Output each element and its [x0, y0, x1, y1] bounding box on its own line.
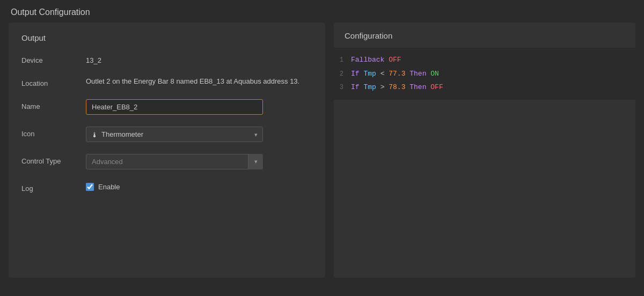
code-token: Then: [409, 70, 426, 78]
device-label: Device: [21, 53, 86, 64]
log-enable-checkbox[interactable]: [86, 183, 94, 191]
line-number: 2: [334, 69, 351, 80]
code-token: ON: [430, 70, 439, 78]
control-type-label: Control Type: [21, 154, 86, 165]
code-text: Fallback OFF: [351, 54, 635, 66]
log-label: Log: [21, 181, 86, 193]
icon-label: Icon: [21, 127, 86, 138]
location-row: Location Outlet 2 on the Energy Bar 8 na…: [21, 76, 312, 87]
code-text: If Tmp < 77.3 Then ON: [351, 68, 635, 80]
code-line: 3If Tmp > 78.3 Then OFF: [334, 80, 635, 94]
control-type-wrapper: Advanced ▾: [86, 154, 263, 169]
configuration-panel-title: Configuration: [334, 31, 635, 48]
name-row: Name: [21, 99, 312, 115]
code-token: Tmp: [363, 83, 376, 91]
page-title: Output Configuration: [0, 0, 644, 23]
code-token: OFF: [430, 83, 443, 91]
log-enable-checkbox-label[interactable]: Enable: [86, 183, 120, 191]
device-row: Device 13_2: [21, 53, 312, 64]
code-text: If Tmp > 78.3 Then OFF: [351, 81, 635, 93]
code-token: OFF: [389, 56, 401, 64]
name-input[interactable]: [86, 99, 263, 115]
code-line: 1Fallback OFF: [334, 53, 635, 67]
code-token: Then: [409, 83, 426, 91]
location-label: Location: [21, 76, 86, 87]
icon-select[interactable]: Thermometer: [86, 127, 263, 142]
code-token: <: [376, 70, 389, 78]
code-token: If: [351, 70, 360, 78]
code-token: 77.3: [389, 70, 405, 78]
output-panel-title: Output: [21, 33, 312, 42]
code-token: >: [376, 83, 389, 91]
code-line: 2If Tmp < 77.3 Then ON: [334, 67, 635, 81]
icon-row: Icon 🌡 Thermometer ▾: [21, 127, 312, 142]
code-token: Tmp: [363, 70, 376, 78]
device-value: 13_2: [86, 53, 312, 64]
control-type-select[interactable]: Advanced: [86, 154, 263, 169]
control-type-row: Control Type Advanced ▾: [21, 154, 312, 169]
location-value: Outlet 2 on the Energy Bar 8 named EB8_1…: [86, 76, 312, 87]
name-label: Name: [21, 99, 86, 110]
code-editor[interactable]: 1Fallback OFF2If Tmp < 77.3 Then ON3If T…: [334, 48, 635, 100]
log-row: Log Enable: [21, 181, 312, 193]
configuration-panel: Configuration 1Fallback OFF2If Tmp < 77.…: [334, 23, 635, 278]
log-enable-text: Enable: [98, 183, 120, 191]
code-token: 78.3: [389, 83, 405, 91]
output-panel: Output Device 13_2 Location Outlet 2 on …: [9, 23, 325, 278]
code-token: Fallback: [351, 56, 384, 64]
code-token: If: [351, 83, 360, 91]
line-number: 3: [334, 82, 351, 94]
line-number: 1: [334, 55, 351, 66]
icon-select-wrapper: 🌡 Thermometer ▾: [86, 127, 263, 142]
